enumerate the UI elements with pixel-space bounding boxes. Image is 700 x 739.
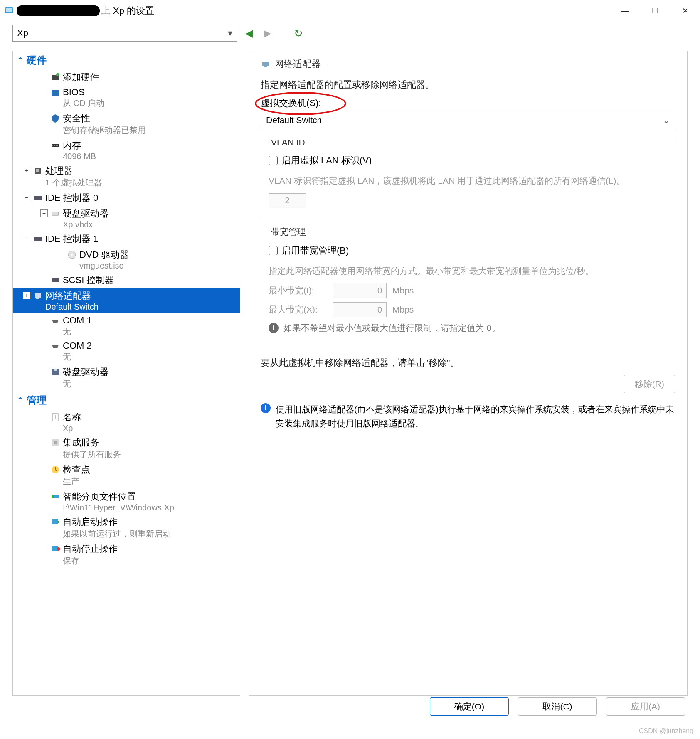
nav-back-button[interactable]: ◀ [243, 27, 255, 39]
collapse-icon: ⌃ [17, 396, 23, 405]
svg-rect-5 [52, 90, 59, 96]
cpu-icon [33, 166, 43, 176]
svg-rect-20 [36, 298, 39, 299]
svg-rect-32 [52, 546, 58, 551]
svg-rect-8 [54, 145, 55, 146]
svg-rect-30 [52, 519, 58, 524]
tree-checkpoints[interactable]: 检查点生产 [13, 462, 240, 489]
vlan-id-input[interactable] [269, 193, 306, 208]
vlan-group: VLAN ID 启用虚拟 LAN 标识(V) VLAN 标识符指定虚拟 LAN，… [261, 138, 675, 217]
nic-icon [261, 59, 271, 69]
vm-dropdown[interactable]: Xp [12, 25, 237, 42]
cancel-button[interactable]: 取消(C) [518, 697, 597, 716]
svg-point-33 [57, 547, 60, 551]
management-section-header[interactable]: ⌃ 管理 [13, 391, 240, 409]
close-button[interactable]: ✕ [670, 1, 700, 21]
maximize-button[interactable]: ☐ [640, 1, 670, 21]
memory-icon [50, 140, 60, 150]
tree-hdd[interactable]: + 硬盘驱动器Xp.vhdx [13, 206, 240, 231]
tree-name[interactable]: I 名称Xp [13, 409, 240, 435]
collapse-icon[interactable]: − [23, 235, 30, 242]
panel-title: 网络适配器 [275, 58, 320, 70]
min-bw-unit: Mbps [392, 286, 414, 296]
vlan-desc: VLAN 标识符指定虚拟 LAN，该虚拟机将此 LAN 用于通过此网络适配器的所… [269, 174, 668, 187]
redacted-hostname [17, 5, 100, 16]
expand-icon[interactable]: + [40, 209, 48, 217]
tree-auto-stop[interactable]: 自动停止操作保存 [13, 541, 240, 568]
vswitch-label: 虚拟交换机(S): [261, 97, 675, 109]
svg-rect-1 [6, 8, 12, 12]
tree-memory[interactable]: 内存4096 MB [13, 138, 240, 163]
expand-icon[interactable]: + [23, 167, 30, 174]
paging-icon [50, 492, 60, 502]
bandwidth-legend: 带宽管理 [269, 226, 308, 238]
max-bw-unit: Mbps [392, 305, 414, 315]
svg-rect-7 [52, 145, 53, 146]
tree-smart-paging[interactable]: 智能分页文件位置I:\Win11Hyper_V\Windows Xp [13, 489, 240, 514]
refresh-button[interactable]: ↻ [291, 27, 306, 40]
max-bw-input[interactable] [333, 302, 387, 317]
dialog-footer: 确定(O) 取消(C) 应用(A) [0, 697, 700, 722]
vlan-enable-label: 启用虚拟 LAN 标识(V) [282, 154, 372, 167]
app-icon [4, 6, 14, 16]
collapse-icon[interactable]: − [23, 194, 30, 201]
add-hardware-icon: + [50, 72, 60, 82]
controller-icon [50, 275, 60, 285]
vswitch-dropdown[interactable]: Default Switch [261, 112, 675, 128]
info-icon: i [261, 403, 271, 413]
tree-add-hardware[interactable]: + 添加硬件 [13, 69, 240, 85]
svg-rect-9 [56, 145, 57, 146]
autostart-icon [50, 517, 60, 527]
bandwidth-note: 如果不希望对最小值或最大值进行限制，请指定值为 0。 [283, 322, 500, 334]
legacy-nic-note: 使用旧版网络适配器(而不是该网络适配器)执行基于网络的来宾操作系统安装，或者在来… [276, 402, 675, 430]
tree-com1[interactable]: COM 1无 [13, 313, 240, 339]
bandwidth-desc: 指定此网络适配器使用网络带宽的方式。最小带宽和最大带宽的测量单位为兆位/秒。 [269, 264, 668, 278]
toolbar: Xp ◀ ▶ ↻ [0, 22, 700, 45]
tree-ide1[interactable]: − IDE 控制器 1 [13, 231, 240, 247]
tree-integration[interactable]: 集成服务提供了所有服务 [13, 435, 240, 462]
vlan-enable-checkbox[interactable] [269, 156, 278, 165]
svg-rect-29 [52, 495, 54, 498]
panel-instruction: 指定网络适配器的配置或移除网络适配器。 [261, 79, 675, 91]
vswitch-value: Default Switch [266, 115, 322, 125]
info-icon: i [269, 323, 279, 333]
watermark: CSDN @junzheng [639, 727, 693, 735]
tree-network-adapter[interactable]: + 网络适配器Default Switch [13, 288, 240, 313]
tree-security[interactable]: 安全性密钥存储驱动器已禁用 [13, 111, 240, 138]
tree-auto-start[interactable]: 自动启动操作如果以前运行过，则重新启动 [13, 514, 240, 541]
max-bw-label: 最大带宽(X): [269, 304, 327, 315]
minimize-button[interactable]: — [610, 1, 640, 21]
svg-text:I: I [54, 414, 56, 420]
svg-point-17 [71, 254, 73, 256]
serial-port-icon [50, 316, 60, 326]
remove-instruction: 要从此虚拟机中移除网络适配器，请单击"移除"。 [261, 357, 675, 369]
nav-forward-button: ▶ [261, 27, 274, 39]
ok-button[interactable]: 确定(O) [430, 697, 509, 716]
bios-icon [50, 88, 60, 98]
tree-processor[interactable]: + 处理器1 个虚拟处理器 [13, 163, 240, 190]
tree-ide0[interactable]: − IDE 控制器 0 [13, 190, 240, 206]
remove-button[interactable]: 移除(R) [624, 375, 675, 393]
collapse-icon: ⌃ [17, 56, 23, 65]
bandwidth-enable-checkbox[interactable] [269, 246, 278, 255]
disc-icon [67, 250, 77, 260]
name-icon: I [50, 412, 60, 422]
tree-scsi[interactable]: SCSI 控制器 [13, 272, 240, 288]
title-bar: 上 Xp 的设置 — ☐ ✕ [0, 0, 700, 22]
tree-bios[interactable]: BIOS从 CD 启动 [13, 85, 240, 111]
svg-rect-15 [34, 237, 42, 241]
apply-button[interactable]: 应用(A) [606, 697, 685, 716]
min-bw-input[interactable] [333, 283, 387, 298]
svg-rect-26 [54, 441, 57, 444]
tree-floppy[interactable]: 磁盘驱动器无 [13, 364, 240, 391]
hardware-section-header[interactable]: ⌃ 硬件 [13, 51, 240, 69]
svg-rect-13 [34, 196, 42, 200]
tree-com2[interactable]: COM 2无 [13, 339, 240, 364]
controller-icon [33, 234, 43, 244]
svg-rect-10 [57, 145, 58, 146]
expand-icon[interactable]: + [23, 292, 30, 299]
tree-dvd[interactable]: DVD 驱动器vmguest.iso [13, 247, 240, 272]
svg-text:+: + [57, 73, 59, 77]
serial-port-icon [50, 342, 60, 352]
nic-icon [33, 291, 43, 301]
